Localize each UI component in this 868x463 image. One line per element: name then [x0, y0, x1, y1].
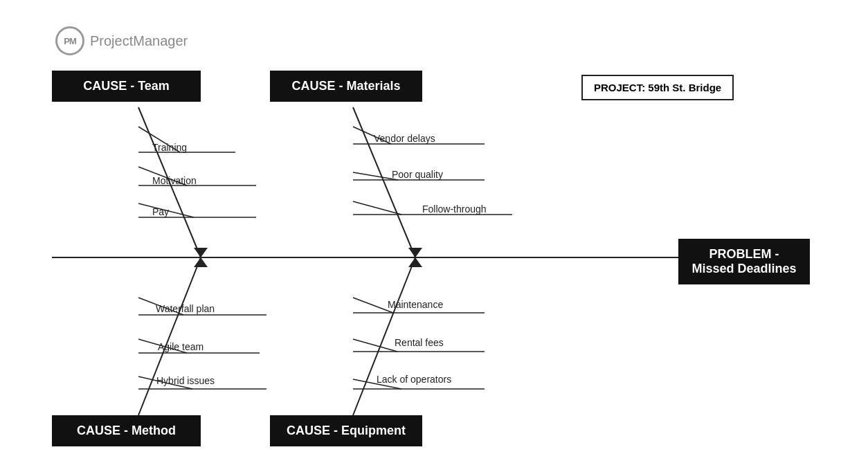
cause-team-box: CAUSE - Team — [52, 71, 201, 102]
svg-line-9 — [353, 107, 415, 257]
team-label-training: Training — [152, 142, 187, 153]
svg-line-29 — [353, 339, 397, 352]
logo: PM ProjectManager — [55, 26, 188, 55]
svg-marker-26 — [408, 257, 422, 267]
svg-marker-10 — [408, 248, 422, 257]
method-label-hybrid: Hybrid issues — [156, 375, 215, 386]
equipment-label-maintenance: Maintenance — [388, 299, 443, 310]
svg-line-15 — [353, 201, 401, 215]
cause-method-box: CAUSE - Method — [52, 415, 201, 446]
method-label-waterfall: Waterfall plan — [156, 303, 215, 314]
equipment-label-operators: Lack of operators — [377, 374, 451, 385]
equipment-label-rental: Rental fees — [395, 337, 444, 348]
team-label-pay: Pay — [152, 206, 169, 217]
logo-icon: PM — [55, 26, 84, 55]
method-label-agile: Agile team — [158, 341, 204, 352]
fishbone-diagram: PM ProjectManager PROJECT: 59th St. Brid… — [0, 0, 868, 463]
svg-line-17 — [138, 257, 201, 415]
project-box: PROJECT: 59th St. Bridge — [581, 75, 734, 100]
materials-label-quality: Poor quality — [392, 169, 443, 180]
diagram-lines — [0, 0, 868, 463]
svg-marker-2 — [194, 248, 208, 257]
logo-text: ProjectManager — [90, 33, 188, 49]
team-label-motivation: Motivation — [152, 175, 197, 186]
svg-line-25 — [353, 257, 415, 415]
svg-marker-18 — [194, 257, 208, 267]
materials-label-followthrough: Follow-through — [422, 203, 487, 215]
problem-box: PROBLEM - Missed Deadlines — [678, 239, 810, 284]
materials-label-vendor: Vendor delays — [374, 133, 435, 144]
cause-materials-box: CAUSE - Materials — [270, 71, 422, 102]
cause-equipment-box: CAUSE - Equipment — [270, 415, 422, 446]
